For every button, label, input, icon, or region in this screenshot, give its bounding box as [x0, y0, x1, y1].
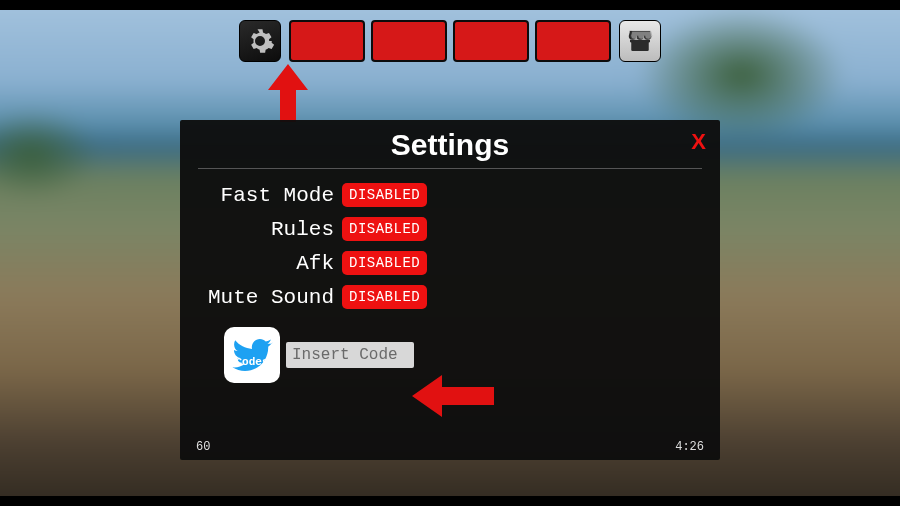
divider	[198, 168, 702, 169]
setting-label: Afk	[204, 252, 342, 275]
shop-icon	[625, 26, 655, 56]
setting-row-rules: Rules DISABLED	[204, 217, 427, 241]
codes-label: Codes	[235, 356, 268, 368]
footer-right-time: 4:26	[675, 440, 704, 454]
close-button[interactable]: X	[691, 129, 706, 155]
letterbox	[0, 0, 900, 10]
settings-button[interactable]	[239, 20, 281, 62]
setting-label: Rules	[204, 218, 342, 241]
hud-slot[interactable]	[535, 20, 611, 62]
modal-title: Settings	[198, 126, 702, 168]
toggle-badge[interactable]: DISABLED	[342, 285, 427, 309]
code-input[interactable]	[286, 342, 414, 368]
arrow-left-icon	[412, 375, 494, 417]
codes-row: Codes	[204, 327, 414, 383]
toggle-badge[interactable]: DISABLED	[342, 217, 427, 241]
arrow-up-icon	[268, 64, 308, 122]
hud-slot[interactable]	[289, 20, 365, 62]
settings-rows: Fast Mode DISABLED Rules DISABLED Afk DI…	[198, 183, 702, 383]
hud-slot[interactable]	[371, 20, 447, 62]
codes-button[interactable]: Codes	[224, 327, 280, 383]
gear-icon	[245, 26, 275, 56]
toggle-badge[interactable]: DISABLED	[342, 183, 427, 207]
pointer-arrow-code	[412, 375, 494, 417]
hud-slot[interactable]	[453, 20, 529, 62]
shop-button[interactable]	[619, 20, 661, 62]
pointer-arrow-settings	[268, 64, 308, 122]
twitter-icon	[228, 331, 276, 379]
hud-slot-bar	[289, 20, 611, 62]
toggle-badge[interactable]: DISABLED	[342, 251, 427, 275]
modal-footer: 60 4:26	[196, 440, 704, 454]
setting-row-afk: Afk DISABLED	[204, 251, 427, 275]
letterbox	[0, 496, 900, 506]
svg-rect-1	[631, 41, 649, 51]
top-hud	[0, 20, 900, 62]
setting-label: Fast Mode	[204, 184, 342, 207]
setting-label: Mute Sound	[204, 286, 342, 309]
setting-row-mute-sound: Mute Sound DISABLED	[204, 285, 427, 309]
footer-left-value: 60	[196, 440, 210, 454]
setting-row-fast-mode: Fast Mode DISABLED	[204, 183, 427, 207]
